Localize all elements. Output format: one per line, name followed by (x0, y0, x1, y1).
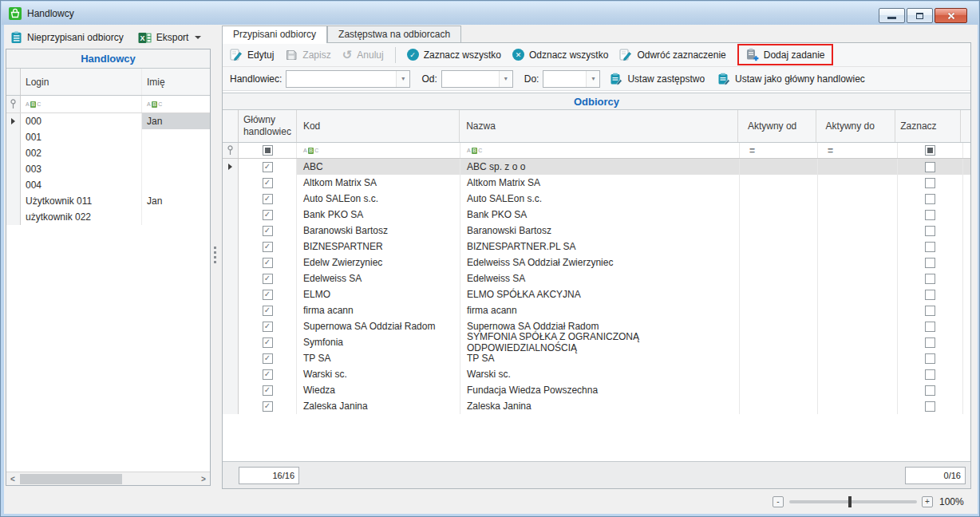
zoom-out-button[interactable]: - (773, 496, 784, 507)
table-row[interactable]: ✓Altkom Matrix SAAltkom Matrix SA (223, 175, 970, 191)
cell-main-salesman[interactable]: ✓ (239, 334, 297, 350)
cell-nazwa[interactable]: SYMFONIA SPÓŁKA Z OGRANICZONĄ ODPOWIEDZI… (460, 334, 740, 350)
cell-aktywny-od[interactable] (740, 318, 818, 334)
zaznacz-checkbox[interactable] (925, 385, 935, 396)
zaznacz-checkbox[interactable] (925, 401, 935, 412)
cell-kod[interactable]: Edelw Zwierzyniec (297, 255, 460, 270)
zaznacz-checkbox[interactable] (925, 226, 935, 236)
cell-imie[interactable]: Jan (142, 193, 210, 209)
indeterminate-checkbox-icon[interactable] (263, 145, 273, 156)
column-header-main-salesman[interactable]: Główny handlowiec (239, 110, 297, 142)
cell-kod[interactable]: Symfonia (297, 334, 460, 350)
to-input[interactable] (543, 71, 586, 87)
cell-nazwa[interactable]: ELMO SPÓŁKA AKCYJNA (460, 286, 740, 302)
cell-main-salesman[interactable]: ✓ (239, 398, 297, 414)
cell-nazwa[interactable]: ABC sp. z o o (460, 159, 740, 175)
tab-przypisani-odbiorcy[interactable]: Przypisani odbiorcy (222, 26, 327, 42)
table-row[interactable]: ✓Edelw ZwierzyniecEdelweiss SA Oddział Z… (223, 255, 970, 270)
cell-zaznacz[interactable] (898, 350, 963, 366)
chevron-down-icon[interactable]: ▾ (586, 71, 599, 87)
cell-aktywny-od[interactable] (740, 159, 818, 175)
filter-cell-zaznacz[interactable] (898, 143, 963, 158)
cell-main-salesman[interactable]: ✓ (239, 270, 297, 286)
cell-aktywny-od[interactable] (740, 255, 818, 270)
cell-kod[interactable]: Bank PKO SA (297, 207, 460, 223)
cell-aktywny-od[interactable] (740, 207, 818, 223)
scroll-right-icon[interactable]: > (197, 475, 210, 483)
cell-kod[interactable]: Warski sc. (297, 366, 460, 382)
table-row[interactable]: ✓TP SATP SA (223, 350, 970, 366)
cell-aktywny-do[interactable] (818, 207, 898, 223)
cell-nazwa[interactable]: BIZNESPARTNER.PL SA (460, 239, 740, 255)
restore-button[interactable] (907, 8, 933, 23)
cell-kod[interactable]: Wiedza (297, 382, 460, 398)
filter-cell-kod[interactable]: ABC (297, 143, 460, 158)
cell-kod[interactable]: Baranowski Bartosz (297, 223, 460, 239)
cell-main-salesman[interactable]: ✓ (239, 239, 297, 255)
table-row[interactable]: ✓WiedzaFundacja Wiedza Powszechna (223, 382, 970, 398)
cell-nazwa[interactable]: TP SA (460, 350, 740, 366)
main-salesman-checkbox[interactable]: ✓ (263, 385, 273, 396)
main-salesman-checkbox[interactable]: ✓ (263, 337, 273, 348)
main-salesman-checkbox[interactable]: ✓ (263, 401, 273, 412)
column-header-kod[interactable]: Kod (297, 110, 460, 142)
cell-login[interactable]: 001 (21, 129, 142, 145)
zaznacz-checkbox[interactable] (925, 337, 935, 348)
cell-kod[interactable]: TP SA (297, 350, 460, 366)
cell-main-salesman[interactable]: ✓ (239, 318, 297, 334)
cell-zaznacz[interactable] (898, 159, 963, 175)
cell-kod[interactable]: Auto SALEon s.c. (297, 191, 460, 207)
cell-imie[interactable] (142, 145, 210, 161)
add-task-button[interactable]: Dodaj zadanie (745, 48, 825, 61)
table-row[interactable]: ✓SymfoniaSYMFONIA SPÓŁKA Z OGRANICZONĄ O… (223, 334, 970, 350)
panel-splitter[interactable] (214, 247, 216, 263)
filter-cell-aktywny-od[interactable]: = (740, 143, 818, 158)
main-salesman-checkbox[interactable]: ✓ (263, 290, 273, 300)
cell-aktywny-od[interactable] (740, 366, 818, 382)
main-salesman-checkbox[interactable]: ✓ (263, 274, 273, 284)
table-row[interactable]: ✓Zaleska JaninaZaleska Janina (223, 398, 970, 414)
column-header-login[interactable]: Login (21, 69, 142, 95)
filter-cell-main-salesman[interactable] (239, 143, 297, 158)
table-row[interactable]: 002 (6, 145, 210, 161)
minimize-button[interactable] (879, 8, 905, 23)
salesman-combobox[interactable]: ▾ (286, 70, 410, 88)
cell-aktywny-do[interactable] (818, 239, 898, 255)
cell-aktywny-od[interactable] (740, 286, 818, 302)
table-row[interactable]: użytkownik 022 (6, 209, 210, 225)
main-salesman-checkbox[interactable]: ✓ (263, 369, 273, 380)
zaznacz-checkbox[interactable] (925, 210, 935, 220)
cell-kod[interactable]: firma acann (297, 302, 460, 318)
main-salesman-checkbox[interactable]: ✓ (263, 322, 273, 332)
cell-kod[interactable]: ABC (297, 159, 460, 175)
cell-aktywny-do[interactable] (818, 366, 898, 382)
cell-imie[interactable] (142, 177, 210, 193)
column-header-nazwa[interactable]: Nazwa (460, 110, 738, 142)
cell-imie[interactable] (142, 129, 210, 145)
cell-nazwa[interactable]: Baranowski Bartosz (460, 223, 740, 239)
column-header-aktywny-do[interactable]: Aktywny do (816, 110, 896, 142)
table-row[interactable]: ✓ELMOELMO SPÓŁKA AKCYJNA (223, 286, 970, 302)
close-button[interactable] (935, 8, 967, 23)
scroll-left-icon[interactable]: < (6, 475, 19, 483)
cell-login[interactable]: 004 (21, 177, 142, 193)
title-bar[interactable]: Handlowcy (2, 2, 978, 25)
cell-login[interactable]: 000 (21, 113, 142, 129)
cell-kod[interactable]: Zaleska Janina (297, 398, 460, 414)
cell-nazwa[interactable]: Zaleska Janina (460, 398, 740, 414)
table-row[interactable]: ✓Bank PKO SABank PKO SA (223, 207, 970, 223)
cell-aktywny-od[interactable] (740, 398, 818, 414)
cell-zaznacz[interactable] (898, 270, 963, 286)
zaznacz-checkbox[interactable] (925, 274, 935, 284)
zaznacz-checkbox[interactable] (925, 242, 935, 252)
cell-main-salesman[interactable]: ✓ (239, 223, 297, 239)
cell-kod[interactable]: Edelweiss SA (297, 270, 460, 286)
cell-main-salesman[interactable]: ✓ (239, 350, 297, 366)
cell-login[interactable]: Użytkownik 011 (21, 193, 142, 209)
main-salesman-checkbox[interactable]: ✓ (263, 162, 273, 172)
cell-zaznacz[interactable] (898, 334, 963, 350)
cell-main-salesman[interactable]: ✓ (239, 302, 297, 318)
cell-main-salesman[interactable]: ✓ (239, 207, 297, 223)
column-header-aktywny-od[interactable]: Aktywny od (738, 110, 816, 142)
cell-aktywny-do[interactable] (818, 382, 898, 398)
